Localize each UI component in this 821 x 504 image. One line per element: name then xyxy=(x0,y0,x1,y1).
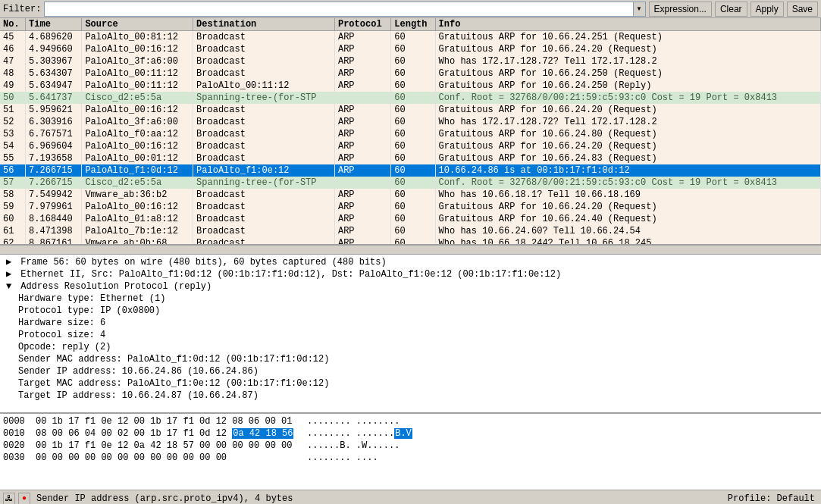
table-row[interactable]: 587.549942Vmware_ab:36:b2BroadcastARP60W… xyxy=(0,189,821,201)
hex-row: 001008 00 06 04 00 02 00 1b 17 f1 0d 12 … xyxy=(3,427,818,440)
cell-0: 60 xyxy=(0,213,26,225)
table-row[interactable]: 536.767571PaloAlto_f0:aa:12BroadcastARP6… xyxy=(0,128,821,140)
cell-2: PaloAlto_00:16:12 xyxy=(82,201,193,213)
ethernet-expand[interactable]: Ethernet II, Src: PaloAlto_f1:0d:12 (00:… xyxy=(3,268,818,280)
cell-6: Gratuitous ARP for 10.66.24.20 (Request) xyxy=(435,43,820,55)
cell-4: ARP xyxy=(334,225,390,237)
filter-dropdown-button[interactable]: ▼ xyxy=(634,2,646,17)
hex-ascii: ........ ........ xyxy=(307,415,400,427)
hex-offset: 0020 xyxy=(3,440,30,452)
table-row[interactable]: 557.193658PaloAlto_00:01:12BroadcastARP6… xyxy=(0,152,821,164)
cell-5: 60 xyxy=(391,225,435,237)
arp-expand[interactable]: Address Resolution Protocol (reply) xyxy=(3,280,818,293)
cell-2: PaloAlto_01:a8:12 xyxy=(82,213,193,225)
col-length[interactable]: Length xyxy=(391,18,435,31)
table-row[interactable]: 546.969604PaloAlto_00:16:12BroadcastARP6… xyxy=(0,140,821,152)
cell-4: ARP xyxy=(334,67,390,80)
cell-4: ARP xyxy=(334,43,390,55)
cell-1: 7.549942 xyxy=(26,189,82,201)
frame-expand[interactable]: Frame 56: 60 bytes on wire (480 bits), 6… xyxy=(3,256,818,268)
status-icon-2[interactable]: ● xyxy=(18,493,30,505)
cell-6: Gratuitous ARP for 10.66.24.250 (Request… xyxy=(435,67,820,80)
packet-table-container: No. Time Source Destination Protocol Len… xyxy=(0,18,821,246)
cell-4: ARP xyxy=(334,80,390,92)
apply-button[interactable]: Apply xyxy=(750,2,784,17)
cell-5: 60 xyxy=(391,237,435,246)
arp-field: Sender MAC address: PaloAlto_f1:0d:12 (0… xyxy=(3,353,818,365)
col-info[interactable]: Info xyxy=(435,18,820,31)
cell-5: 60 xyxy=(391,55,435,67)
cell-2: Vmware_ab:36:b2 xyxy=(82,189,193,201)
hex-offset: 0030 xyxy=(3,452,30,464)
arp-field: Protocol size: 4 xyxy=(3,329,818,341)
cell-2: PaloAlto_00:01:12 xyxy=(82,152,193,164)
table-row[interactable]: 515.959621PaloAlto_00:16:12BroadcastARP6… xyxy=(0,104,821,116)
cell-0: 53 xyxy=(0,128,26,140)
cell-5: 60 xyxy=(391,201,435,213)
cell-3: Broadcast xyxy=(193,104,335,116)
cell-4: ARP xyxy=(334,189,390,201)
table-row[interactable]: 597.979961PaloAlto_00:16:12BroadcastARP6… xyxy=(0,201,821,213)
col-time[interactable]: Time xyxy=(26,18,82,31)
status-icon-1[interactable]: 🖧 xyxy=(3,493,15,505)
cell-5: 60 xyxy=(391,164,435,177)
cell-6: Gratuitous ARP for 10.66.24.20 (Request) xyxy=(435,140,820,152)
table-row[interactable]: 454.689620PaloAlto_00:81:12BroadcastARP6… xyxy=(0,31,821,43)
save-button[interactable]: Save xyxy=(787,2,818,17)
table-row[interactable]: 608.168440PaloAlto_01:a8:12BroadcastARP6… xyxy=(0,213,821,225)
cell-4 xyxy=(334,92,390,104)
cell-6: Who has 172.17.128.72? Tell 172.17.128.2 xyxy=(435,116,820,128)
cell-1: 8.471398 xyxy=(26,225,82,237)
cell-3: Spanning-tree-(for-STP xyxy=(193,177,335,189)
cell-3: Broadcast xyxy=(193,55,335,67)
col-protocol[interactable]: Protocol xyxy=(334,18,390,31)
table-row[interactable]: 628.867161Vmware_ab:0b:68BroadcastARP60W… xyxy=(0,237,821,246)
cell-3: Spanning-tree-(for-STP xyxy=(193,92,335,104)
table-row[interactable]: 577.266715Cisco_d2:e5:5aSpanning-tree-(f… xyxy=(0,177,821,189)
table-row[interactable]: 464.949660PaloAlto_00:16:12BroadcastARP6… xyxy=(0,43,821,55)
col-destination[interactable]: Destination xyxy=(193,18,335,31)
col-no[interactable]: No. xyxy=(0,18,26,31)
hex-row: 002000 1b 17 f1 0e 12 0a 42 18 57 00 00 … xyxy=(3,440,818,452)
cell-2: PaloAlto_00:11:12 xyxy=(82,80,193,92)
cell-6: Gratuitous ARP for 10.66.24.80 (Request) xyxy=(435,128,820,140)
cell-1: 7.193658 xyxy=(26,152,82,164)
cell-4: ARP xyxy=(334,213,390,225)
hex-row: 003000 00 00 00 00 00 00 00 00 00 00 00.… xyxy=(3,452,818,464)
table-row[interactable]: 567.266715PaloAlto_f1:0d:12PaloAlto_f1:0… xyxy=(0,164,821,177)
cell-1: 8.168440 xyxy=(26,213,82,225)
col-source[interactable]: Source xyxy=(82,18,193,31)
cell-0: 57 xyxy=(0,177,26,189)
table-row[interactable]: 618.471398PaloAlto_7b:1e:12BroadcastARP6… xyxy=(0,225,821,237)
table-row[interactable]: 485.634307PaloAlto_00:11:12BroadcastARP6… xyxy=(0,67,821,80)
horizontal-scrollbar[interactable] xyxy=(0,246,821,255)
table-row[interactable]: 475.303967PaloAlto_3f:a6:00BroadcastARP6… xyxy=(0,55,821,67)
hex-offset: 0000 xyxy=(3,415,30,427)
cell-3: Broadcast xyxy=(193,128,335,140)
clear-button[interactable]: Clear xyxy=(715,2,747,17)
cell-5: 60 xyxy=(391,128,435,140)
cell-6: 10.66.24.86 is at 00:1b:17:f1:0d:12 xyxy=(435,164,820,177)
table-row[interactable]: 526.303916PaloAlto_3f:a6:00BroadcastARP6… xyxy=(0,116,821,128)
cell-4: ARP xyxy=(334,140,390,152)
cell-4: ARP xyxy=(334,104,390,116)
expression-button[interactable]: Expression... xyxy=(649,2,712,17)
status-text: Sender IP address (arp.src.proto_ipv4), … xyxy=(36,493,722,504)
table-row[interactable]: 495.634947PaloAlto_00:11:12PaloAlto_00:1… xyxy=(0,80,821,92)
cell-1: 5.641737 xyxy=(26,92,82,104)
filter-input[interactable] xyxy=(44,2,633,17)
cell-2: PaloAlto_00:16:12 xyxy=(82,43,193,55)
cell-0: 45 xyxy=(0,31,26,43)
cell-4: ARP xyxy=(334,55,390,67)
cell-1: 6.767571 xyxy=(26,128,82,140)
cell-5: 60 xyxy=(391,152,435,164)
cell-3: Broadcast xyxy=(193,43,335,55)
cell-3: Broadcast xyxy=(193,152,335,164)
cell-1: 7.979961 xyxy=(26,201,82,213)
cell-1: 7.266715 xyxy=(26,164,82,177)
hex-bytes: 00 00 00 00 00 00 00 00 00 00 00 00 xyxy=(36,452,301,464)
table-row[interactable]: 505.641737Cisco_d2:e5:5aSpanning-tree-(f… xyxy=(0,92,821,104)
cell-0: 51 xyxy=(0,104,26,116)
ethernet-line: Ethernet II, Src: PaloAlto_f1:0d:12 (00:… xyxy=(20,269,561,280)
cell-5: 60 xyxy=(391,116,435,128)
